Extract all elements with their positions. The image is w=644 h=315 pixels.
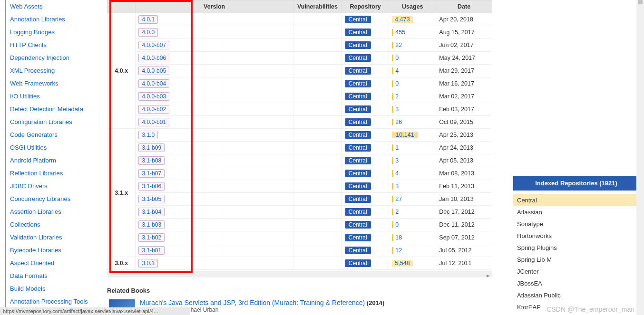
sidebar-item[interactable]: JDBC Drivers (5, 180, 102, 192)
indexed-repo-item[interactable]: Hortonworks (513, 230, 639, 242)
usage-link[interactable]: 10,141 (392, 132, 418, 138)
sidebar-item[interactable]: Collections (5, 218, 102, 231)
indexed-repo-item[interactable]: Spring Plugins (513, 242, 639, 254)
repo-badge[interactable]: Central (345, 234, 371, 241)
repo-badge[interactable]: Central (345, 41, 371, 49)
version-link[interactable]: 4.0.1 (138, 15, 158, 24)
usage-link[interactable]: 22 (392, 42, 404, 48)
version-link[interactable]: 4.0.0-b06 (138, 54, 169, 62)
sidebar-item[interactable]: I/O Utilities (5, 90, 102, 103)
col-version[interactable]: Version (136, 0, 293, 13)
sidebar-item[interactable]: Aspect Oriented (5, 257, 102, 269)
repo-badge[interactable]: Central (345, 118, 371, 126)
version-link[interactable]: 4.0.0-b01 (138, 118, 169, 126)
indexed-repo-item[interactable]: Sonatype (513, 218, 639, 230)
sidebar-item[interactable]: Web Assets (5, 0, 102, 13)
sidebar-item[interactable]: HTTP Clients (5, 38, 102, 51)
usage-link[interactable]: 0 (392, 80, 400, 87)
version-link[interactable]: 3.1-b03 (138, 220, 165, 229)
repo-badge[interactable]: Central (345, 93, 371, 100)
book-title[interactable]: Murach's Java Servlets and JSP, 3rd Edit… (140, 299, 365, 306)
sidebar-item[interactable]: Build Models (5, 282, 102, 295)
sidebar-item[interactable]: Annotation Processing Tools (5, 295, 102, 308)
usage-link[interactable]: 18 (392, 234, 404, 241)
usage-link[interactable]: 2 (392, 209, 400, 215)
version-link[interactable]: 3.1-b08 (138, 156, 165, 165)
repo-badge[interactable]: Central (345, 54, 371, 62)
sidebar-item[interactable]: Assertion Libraries (5, 205, 102, 218)
usage-link[interactable]: 4,473 (392, 16, 412, 23)
usage-link[interactable]: 12 (392, 247, 404, 254)
repo-badge[interactable]: Central (345, 195, 371, 203)
usage-link[interactable]: 1 (392, 144, 400, 151)
version-link[interactable]: 3.1-b06 (138, 182, 165, 191)
repo-badge[interactable]: Central (345, 208, 371, 216)
version-link[interactable]: 3.1-b02 (138, 233, 165, 242)
sidebar-item[interactable]: Data Formats (5, 269, 102, 282)
repo-badge[interactable]: Central (345, 170, 371, 177)
repo-badge[interactable]: Central (345, 157, 371, 164)
sidebar-item[interactable]: Web Frameworks (5, 77, 102, 90)
indexed-repo-item[interactable]: Atlassian (513, 206, 639, 218)
indexed-repo-item[interactable]: JCenter (513, 266, 639, 277)
sidebar-item[interactable]: XML Processing (5, 64, 102, 77)
usage-link[interactable]: 2 (392, 93, 400, 100)
repo-badge[interactable]: Central (345, 16, 371, 23)
usage-link[interactable]: 0 (392, 221, 400, 228)
usage-link[interactable]: 455 (392, 29, 407, 36)
sidebar-item[interactable]: Reflection Libraries (5, 167, 102, 180)
usage-link[interactable]: 4 (392, 67, 400, 74)
usage-link[interactable]: 3 (392, 106, 400, 113)
vertical-scrollbar[interactable] (636, 0, 644, 315)
repo-badge[interactable]: Central (345, 247, 371, 254)
usage-link[interactable]: 3 (392, 183, 400, 190)
version-link[interactable]: 3.0.1 (138, 259, 158, 267)
version-link[interactable]: 3.1-b07 (138, 169, 165, 178)
sidebar-item[interactable]: OSGi Utilities (5, 141, 102, 154)
sidebar-item[interactable]: Validation Libraries (5, 231, 102, 244)
sidebar-item[interactable]: Configuration Libraries (5, 115, 102, 128)
sidebar-item[interactable]: Defect Detection Metadata (5, 103, 102, 115)
sidebar-item[interactable]: Logging Bridges (5, 26, 102, 38)
repo-badge[interactable]: Central (345, 29, 371, 36)
repo-badge[interactable]: Central (345, 144, 371, 152)
repo-badge[interactable]: Central (345, 221, 371, 229)
usage-link[interactable]: 3 (392, 157, 400, 164)
sidebar-item[interactable]: Annotation Libraries (5, 13, 102, 26)
sidebar-item[interactable]: Dependency Injection (5, 51, 102, 64)
horizontal-scrollbar[interactable]: ▸ (107, 271, 492, 277)
indexed-repo-item[interactable]: Central (513, 194, 639, 206)
version-link[interactable]: 4.0.0 (138, 28, 158, 37)
version-link[interactable]: 4.0.0-b05 (138, 67, 169, 75)
usage-link[interactable]: 26 (392, 119, 404, 125)
repo-badge[interactable]: Central (345, 105, 371, 113)
repo-badge[interactable]: Central (345, 67, 371, 75)
usage-link[interactable]: 4 (392, 170, 400, 177)
version-link[interactable]: 3.1-b04 (138, 208, 165, 216)
col-vulnerabilities[interactable]: Vulnerabilities (293, 0, 342, 13)
col-usages[interactable]: Usages (389, 0, 436, 13)
indexed-repo-item[interactable]: JBossEA (513, 277, 639, 289)
repo-badge[interactable]: Central (345, 259, 371, 267)
version-link[interactable]: 4.0.0-b02 (138, 105, 169, 114)
sidebar-item[interactable]: Bytecode Libraries (5, 244, 102, 257)
version-link[interactable]: 3.1-b05 (138, 195, 165, 203)
version-link[interactable]: 4.0.0-b04 (138, 79, 169, 88)
repo-badge[interactable]: Central (345, 80, 371, 87)
usage-link[interactable]: 0 (392, 55, 400, 61)
repo-badge[interactable]: Central (345, 131, 371, 139)
indexed-repo-item[interactable]: Spring Lib M (513, 254, 639, 266)
sidebar-item[interactable]: Concurrency Libraries (5, 192, 102, 205)
sidebar-item[interactable]: Code Generators (5, 128, 102, 141)
version-link[interactable]: 3.1-b09 (138, 143, 165, 152)
col-repository[interactable]: Repository (342, 0, 389, 13)
version-link[interactable]: 4.0.0-b07 (138, 41, 169, 49)
sidebar-item[interactable]: Android Platform (5, 154, 102, 167)
repo-badge[interactable]: Central (345, 182, 371, 190)
col-date[interactable]: Date (436, 0, 492, 13)
version-link[interactable]: 4.0.0-b03 (138, 92, 169, 101)
version-link[interactable]: 3.1.0 (138, 131, 158, 139)
version-link[interactable]: 3.1-b01 (138, 246, 165, 255)
indexed-repo-item[interactable]: Atlassian Public (513, 289, 639, 301)
usage-link[interactable]: 27 (392, 196, 404, 202)
